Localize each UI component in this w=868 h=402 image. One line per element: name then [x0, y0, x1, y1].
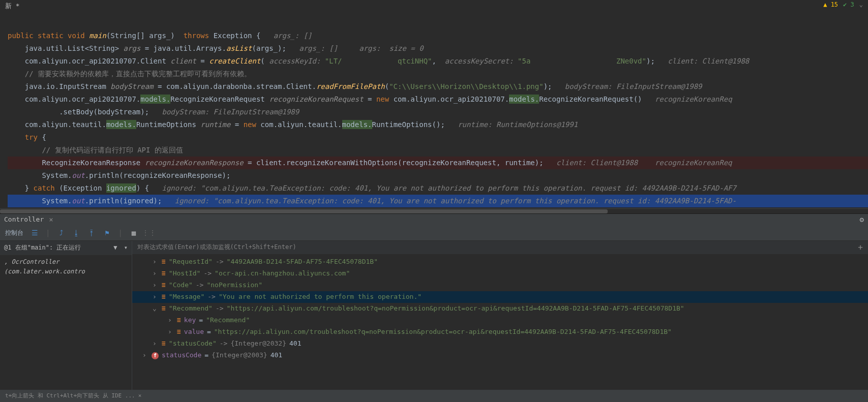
more-icon[interactable]: ⋮⋮ [145, 229, 153, 237]
watch-input-row: 对表达式求值(Enter)或添加监视(Ctrl+Shift+Enter) + [132, 241, 868, 254]
status-text: t+向上箭头 和 Ctrl+Alt+向下箭头 从 IDE ... [5, 391, 135, 400]
chevron-right-icon[interactable]: › [153, 292, 159, 302]
chevron-right-icon[interactable]: › [142, 350, 148, 361]
tree-row[interactable]: ›≡key = "Recommend" [132, 315, 868, 326]
chevron-down-icon[interactable]: ⌄ [859, 0, 863, 10]
chevron-right-icon[interactable]: › [153, 257, 159, 267]
debug-toolbar: 控制台 ☰ | ⤴ ⭳ ⭱ ⚑ | ▦ ⋮⋮ [0, 226, 868, 241]
debug-tabs: Controller × ⚙ [0, 213, 868, 226]
upload-icon[interactable]: ⭱ [87, 229, 96, 237]
horizontal-scrollbar[interactable] [0, 208, 868, 213]
tree-row[interactable]: ›fstatusCode = {Integer@2003} 401 [132, 350, 868, 361]
variables-tree[interactable]: ›≡"RequestId" -> "4492AA9B-D214-5FAD-AF7… [132, 254, 868, 363]
chevron-right-icon[interactable]: › [153, 268, 159, 279]
map-entry-icon: ≡ [162, 268, 166, 279]
dropdown-icon[interactable]: ▾ [124, 244, 128, 251]
ok-icon[interactable]: ✔ 3 [843, 0, 854, 10]
grid-icon[interactable]: ▦ [130, 229, 138, 237]
chevron-right-icon[interactable]: › [168, 315, 174, 326]
watch-input[interactable]: 对表达式求值(Enter)或添加监视(Ctrl+Shift+Enter) [137, 242, 296, 252]
file-tab[interactable]: 新 * [0, 0, 868, 13]
map-entry-icon: ≡ [162, 303, 166, 314]
chevron-down-icon[interactable]: ⌄ [153, 303, 159, 314]
tab-controller[interactable]: Controller [4, 214, 44, 225]
console-label[interactable]: 控制台 [5, 228, 23, 238]
inspection-badges: ▲ 15 ✔ 3 ⌄ [823, 0, 863, 10]
download-icon[interactable]: ⭳ [72, 229, 80, 237]
chevron-right-icon[interactable]: › [168, 327, 174, 337]
tree-row[interactable]: ›≡value = "https://api.aliyun.com/troubl… [132, 326, 868, 338]
tree-row[interactable]: ›≡"RequestId" -> "4492AA9B-D214-5FAD-AF7… [132, 256, 868, 268]
stack-frame[interactable]: , OcrController (com.later.work.contro [0, 255, 132, 279]
filter-icon[interactable]: ▼ [113, 244, 117, 251]
warning-icon[interactable]: ▲ 15 [823, 0, 838, 10]
map-entry-icon: ≡ [162, 257, 166, 267]
frames-label: @1 在组"main": 正在运行 [4, 243, 81, 253]
frames-panel: @1 在组"main": 正在运行 ▼ ▾ , OcrController (c… [0, 241, 132, 395]
status-bar: t+向上箭头 和 Ctrl+Alt+向下箭头 从 IDE ... × [0, 390, 868, 402]
map-entry-icon: ≡ [177, 327, 181, 337]
flag-icon[interactable]: ⚑ [103, 229, 111, 237]
map-entry-icon: ≡ [162, 292, 166, 302]
chevron-right-icon[interactable]: › [153, 280, 159, 291]
tree-row[interactable]: ⌄≡"Recommend" -> "https://api.aliyun.com… [132, 303, 868, 315]
tree-row[interactable]: ›≡"Code" -> "noPermission" [132, 280, 868, 291]
chevron-right-icon[interactable]: › [153, 338, 159, 349]
editor-area: ▲ 15 ✔ 3 ⌄ 新 * public static void main(S… [0, 0, 868, 208]
add-icon[interactable]: + [858, 241, 863, 254]
code-editor[interactable]: public static void main(String[] args_) … [0, 17, 868, 208]
close-icon[interactable]: × [138, 391, 142, 400]
map-entry-icon: ≡ [162, 338, 166, 349]
tree-row[interactable]: ›≡"Message" -> "You are not authorized t… [132, 291, 868, 303]
close-icon[interactable]: × [49, 214, 53, 225]
map-entry-icon: ≡ [177, 315, 181, 326]
tree-row[interactable]: ›≡"HostId" -> "ocr-api.cn-hangzhou.aliyu… [132, 268, 868, 280]
map-entry-icon: ≡ [162, 280, 166, 291]
field-icon: f [152, 352, 159, 359]
list-icon[interactable]: ☰ [31, 229, 39, 237]
tree-row[interactable]: ›≡"statusCode" -> {Integer@2032} 401 [132, 338, 868, 350]
gear-icon[interactable]: ⚙ [860, 214, 864, 225]
export-icon[interactable]: ⤴ [57, 229, 65, 237]
